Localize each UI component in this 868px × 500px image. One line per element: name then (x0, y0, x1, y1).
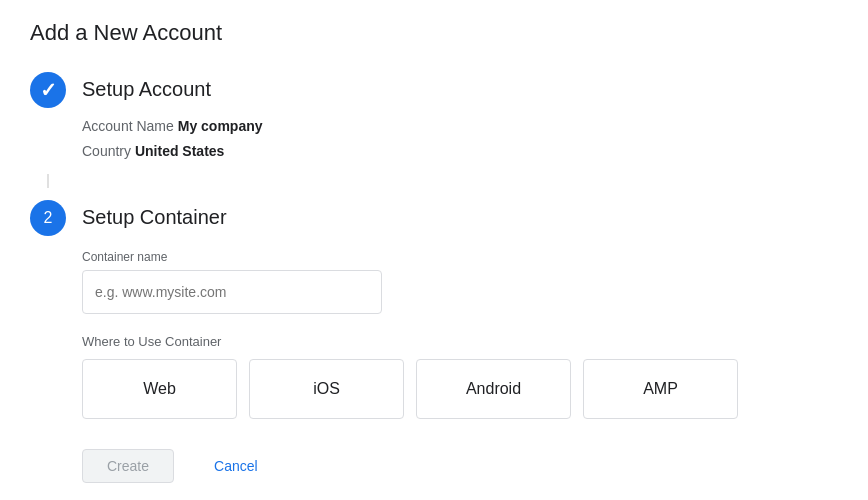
step2-number: 2 (44, 209, 53, 227)
country-label: Country (82, 143, 131, 159)
platform-btn-web[interactable]: Web (82, 359, 237, 419)
checkmark-icon: ✓ (40, 78, 57, 102)
platform-buttons-container: Web iOS Android AMP (82, 359, 838, 419)
account-name-row: Account Name My company (82, 114, 838, 139)
cancel-button[interactable]: Cancel (190, 450, 282, 482)
step1-title: Setup Account (82, 70, 838, 108)
step1-content: Setup Account Account Name My company Co… (82, 70, 838, 164)
step1-icon: ✓ (30, 72, 66, 108)
account-name-value: My company (178, 118, 263, 134)
step2-content: Setup Container (82, 198, 838, 236)
country-value: United States (135, 143, 224, 159)
step2-form: Container name Where to Use Container We… (82, 250, 838, 419)
step1-details: Account Name My company Country United S… (82, 114, 838, 164)
step-divider (47, 174, 838, 188)
country-row: Country United States (82, 139, 838, 164)
platform-btn-amp[interactable]: AMP (583, 359, 738, 419)
account-name-label: Account Name (82, 118, 174, 134)
step2-icon: 2 (30, 200, 66, 236)
create-button[interactable]: Create (82, 449, 174, 483)
where-to-use-label: Where to Use Container (82, 334, 838, 349)
step2-title: Setup Container (82, 198, 838, 236)
step2-row: 2 Setup Container (30, 198, 838, 236)
platform-btn-ios[interactable]: iOS (249, 359, 404, 419)
container-name-label: Container name (82, 250, 838, 264)
container-name-input[interactable] (82, 270, 382, 314)
page-container: Add a New Account ✓ Setup Account Accoun… (0, 0, 868, 500)
page-title: Add a New Account (30, 20, 838, 46)
step1-row: ✓ Setup Account Account Name My company … (30, 70, 838, 164)
footer-buttons: Create Cancel (82, 449, 838, 483)
platform-btn-android[interactable]: Android (416, 359, 571, 419)
